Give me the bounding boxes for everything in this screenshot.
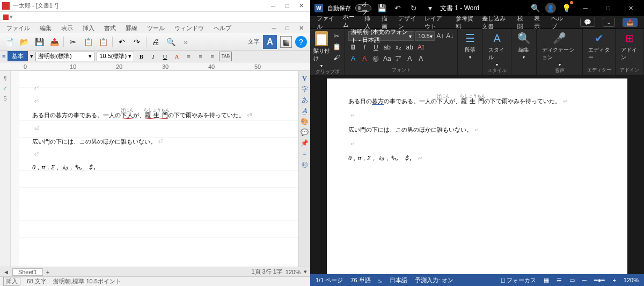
status-zoom[interactable]: 120% <box>286 269 301 275</box>
menu-file[interactable]: ファイル <box>6 24 30 32</box>
menu-format[interactable]: 書式 <box>104 24 116 32</box>
dropdown-icon[interactable]: ▾ <box>30 53 33 60</box>
word-count[interactable]: 76 単語 <box>350 276 370 284</box>
zoom-slider[interactable]: ━●━ <box>594 277 605 284</box>
close-button[interactable]: ✕ <box>621 1 640 16</box>
paragraph-2[interactable]: 広い門の下には、この男のほかに誰もいない。↵ <box>348 123 606 137</box>
underline-button[interactable]: U <box>371 42 380 52</box>
save-icon[interactable]: 💾 <box>33 36 45 48</box>
child-min-button[interactable]: ─ <box>272 25 276 31</box>
font-select[interactable]: 游明朝(標準)▾ <box>35 52 94 61</box>
prediction[interactable]: 予測入力: オン <box>415 276 453 284</box>
char-scale-icon[interactable]: A <box>416 54 426 63</box>
zoom-level[interactable]: 120% <box>624 277 639 283</box>
close-button[interactable]: ✕ <box>294 1 308 11</box>
a-icon[interactable]: あ <box>301 96 309 104</box>
paragraph-1[interactable]: ある日の暮方の事である。一人の下人げにんが、羅生門らしょうもんの下で雨やみを待っ… <box>348 94 606 108</box>
sub-super-icon[interactable]: x₂ <box>393 42 403 52</box>
focus-mode[interactable]: ⎕ フォーカス <box>501 276 536 284</box>
tab-layout[interactable]: レイアウト <box>425 15 448 31</box>
tab-left-icon[interactable]: ◄ <box>3 269 9 275</box>
help-icon[interactable]: ? <box>295 36 307 48</box>
qat-icon[interactable] <box>3 15 9 20</box>
paragraph-3[interactable]: θ，π，Σ， ㎏，㌔， ＄， <box>32 161 290 174</box>
qat-dropdown-icon[interactable]: ▾ <box>424 2 436 14</box>
paragraph-3[interactable]: θ，π，Σ， ㎏，㌔， ＄，↵ <box>348 151 606 165</box>
minimize-button[interactable]: ─ <box>576 1 595 16</box>
language[interactable]: 日本語 <box>390 276 407 284</box>
insert-mode[interactable]: 挿入 <box>3 277 20 286</box>
font-color-icon[interactable]: A <box>360 54 369 63</box>
document-area[interactable]: ⏎ ⏎ ある日の暮方の事である。一人の下人げにんが、羅生門らしょうもんの下で雨や… <box>19 71 298 267</box>
open-icon[interactable]: 📂 <box>18 36 30 48</box>
account-avatar[interactable]: 👤 <box>545 3 556 13</box>
cut-icon[interactable]: ✂ <box>332 31 341 41</box>
ai-icon[interactable]: A̲ <box>301 106 309 115</box>
spell-icon[interactable]: ⎁ <box>378 277 382 283</box>
child-close-button[interactable]: ✕ <box>299 25 304 32</box>
shrink-font-icon[interactable]: A↓ <box>445 31 454 41</box>
menu-insert[interactable]: 挿入 <box>83 24 94 32</box>
tab-button[interactable]: TAB <box>219 52 232 61</box>
qat-dropdown-icon[interactable]: ▾ <box>10 13 13 20</box>
align-icon[interactable]: ≡ <box>2 53 5 60</box>
view-read-icon[interactable]: ☰ <box>557 277 562 284</box>
align-icon[interactable]: ≡ <box>301 149 309 158</box>
page[interactable]: ある日の暮方の事である。一人の下人げにんが、羅生門らしょうもんの下で雨やみを待っ… <box>327 78 627 274</box>
pin-icon[interactable]: 📌 <box>301 139 309 147</box>
sheet-tab[interactable]: Sheet1 <box>12 268 43 276</box>
grow-font-icon[interactable]: A↑ <box>436 31 444 41</box>
paragraph-button[interactable]: ☰ 段落▾ <box>461 31 479 60</box>
view-web-icon[interactable]: ▭ <box>569 277 575 284</box>
editor-button[interactable]: ✔︎ エディター <box>586 31 612 61</box>
enclose-icon[interactable]: ㊙ <box>371 54 380 63</box>
italic-button[interactable]: I <box>360 42 369 52</box>
check-icon[interactable]: ✓ <box>3 85 8 92</box>
clear-format-icon[interactable]: A⃠ <box>416 42 426 52</box>
stamp-icon[interactable]: ㊞ <box>301 160 309 169</box>
tab-review[interactable]: 校閲 <box>517 15 526 31</box>
paste-button[interactable]: 貼り付け ▾ <box>313 31 330 68</box>
underline-button[interactable]: U <box>160 52 170 61</box>
strike-button[interactable]: ab <box>382 42 392 52</box>
font-name-select[interactable]: 游明朝 (本文のフォント - 日本語▾ <box>348 31 414 41</box>
cut-icon[interactable]: ✂ <box>67 36 79 48</box>
menu-window[interactable]: ウィンドウ <box>174 24 204 32</box>
page-status[interactable]: 1/1 ページ <box>316 276 343 284</box>
tab-view[interactable]: 表示 <box>534 15 543 31</box>
view-print-icon[interactable]: ▦ <box>544 277 549 284</box>
border-icon[interactable]: A <box>405 54 414 63</box>
align-left-icon[interactable]: ≡ <box>184 52 193 61</box>
color-icon[interactable]: A <box>172 52 181 61</box>
export-icon[interactable]: 📤 <box>48 36 60 48</box>
undo-icon[interactable]: ↶ <box>392 2 404 14</box>
copy-icon[interactable]: 📋 <box>332 42 341 52</box>
search-icon[interactable]: 🔍 <box>529 2 541 14</box>
save-icon[interactable]: 💾 <box>376 2 387 14</box>
print-icon[interactable]: 🖨 <box>150 36 162 48</box>
zoom-in-icon[interactable]: + <box>612 277 616 283</box>
menu-tool[interactable]: ツール <box>147 24 165 32</box>
redo-icon[interactable]: ↻ <box>408 2 420 14</box>
char-icon[interactable]: 字 <box>301 85 309 94</box>
comment-icon[interactable]: 💬 <box>301 128 309 137</box>
menu-help[interactable]: ヘルプ <box>214 24 231 32</box>
undo-icon[interactable]: ↶ <box>116 36 128 48</box>
align-center-icon[interactable]: ≡ <box>195 52 205 61</box>
editing-button[interactable]: 🔍 編集▾ <box>515 31 533 60</box>
highlight-icon[interactable]: A <box>348 54 358 63</box>
maximize-button[interactable]: □ <box>599 1 617 16</box>
menu-view[interactable]: 表示 <box>61 24 73 32</box>
styles-button[interactable]: A スタイル▾ <box>486 31 508 67</box>
ruler[interactable]: 0 10 20 30 40 50 <box>0 62 310 71</box>
comments-button[interactable]: 💬 <box>580 18 595 27</box>
menu-ruler[interactable]: 罫線 <box>126 24 137 32</box>
copy-icon[interactable]: 📋 <box>82 36 94 48</box>
tab-references[interactable]: 参考資料 <box>456 15 474 31</box>
align-right-icon[interactable]: ≡ <box>207 52 217 61</box>
tab-mailings[interactable]: 差し込み文書 <box>482 15 510 31</box>
italic-button[interactable]: I <box>148 52 158 61</box>
char-a-button[interactable]: A <box>263 35 277 49</box>
zoom-out-icon[interactable]: ─ <box>582 277 587 283</box>
bold-button[interactable]: B <box>136 52 146 61</box>
